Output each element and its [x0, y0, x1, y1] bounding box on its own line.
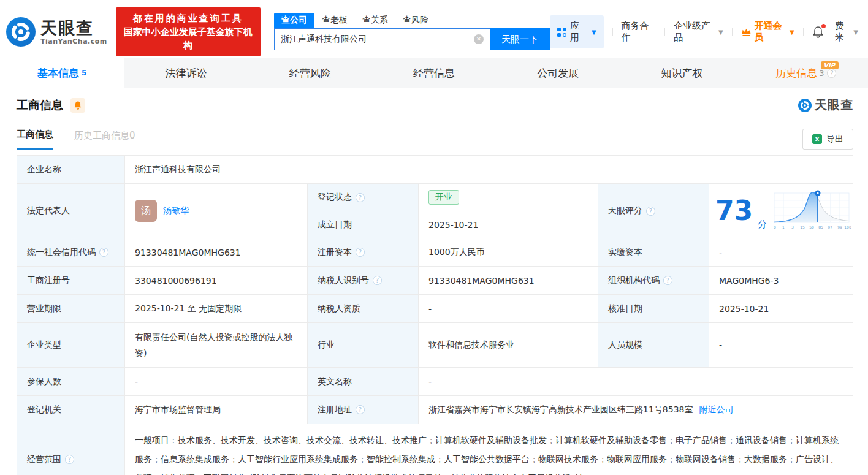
tab-basic-count: 5: [82, 69, 86, 77]
crown-icon: [741, 28, 752, 37]
label-text: 注册资本: [318, 247, 352, 258]
insured-count-label: 参保人数: [17, 368, 125, 395]
apps-menu[interactable]: 应用 ▼: [550, 15, 604, 48]
approval-date-label: 核准日期: [598, 295, 709, 322]
label-text: 统一社会信用代码: [27, 247, 96, 258]
table-row: 参保人数 - 英文名称 -: [17, 368, 853, 396]
divider: [732, 28, 733, 36]
label-text: 登记状态: [318, 192, 352, 203]
label-text: 经营范围: [27, 454, 61, 465]
tab-basic-info[interactable]: 基本信息 5: [0, 58, 124, 88]
help-icon[interactable]: ?: [663, 276, 672, 285]
nav-open-vip[interactable]: 开通会员 ▼: [741, 20, 794, 44]
clear-icon[interactable]: ✕: [474, 34, 484, 44]
help-icon[interactable]: ?: [65, 455, 74, 464]
help-icon[interactable]: ?: [646, 207, 655, 216]
reg-address-value: 浙江省嘉兴市海宁市长安镇海宁高新技术产业园区纬三路11号8538室 附近公司: [419, 396, 853, 424]
search-tab-risk[interactable]: 查风险: [395, 13, 436, 28]
approval-date-value: 2025-10-21: [709, 295, 853, 322]
brand-name: 天眼查: [40, 20, 107, 36]
tab-operation-info[interactable]: 经营信息: [372, 58, 496, 88]
subtab-business-info[interactable]: 工商信息: [17, 129, 53, 150]
promo-line2: 国家中小企业发展子基金旗下机构: [122, 25, 254, 52]
subtab-history-business-info[interactable]: 历史工商信息0: [74, 130, 135, 149]
divider: [664, 28, 665, 36]
legal-rep-link[interactable]: 汤敬华: [163, 205, 189, 216]
svg-text:85: 85: [818, 225, 823, 229]
tab-label: 经营风险: [289, 66, 331, 80]
svg-text:100: 100: [845, 225, 852, 229]
nav-enterprise-label: 企业级产品: [674, 20, 717, 44]
watermark-logo: 天眼查: [798, 97, 853, 113]
tab-operation-risk[interactable]: 经营风险: [248, 58, 372, 88]
search-button[interactable]: 天眼一下: [490, 28, 550, 50]
search-tab-relation[interactable]: 查关系: [355, 13, 395, 28]
tab-label: 知识产权: [661, 66, 703, 80]
nav-enterprise-products[interactable]: 企业级产品 ▼: [674, 20, 723, 44]
reg-capital-label: 注册资本 ?: [308, 238, 419, 266]
help-icon[interactable]: ?: [356, 193, 365, 202]
vip-badge: VIP: [821, 61, 839, 69]
industry-value: 软件和信息技术服务业: [419, 323, 598, 367]
search-tab-company[interactable]: 查公司: [274, 13, 314, 28]
insured-count-value: -: [125, 368, 308, 395]
nearby-companies-link[interactable]: 附近公司: [699, 405, 733, 416]
reg-status-label: 登记状态 ?: [308, 184, 419, 211]
chevron-down-icon: ▼: [790, 29, 794, 36]
business-scope-value: 一般项目：技术服务、技术开发、技术咨询、技术交流、技术转让、技术推广；计算机软硬…: [125, 424, 853, 475]
reg-number-label: 工商注册号: [17, 267, 125, 294]
help-icon[interactable]: ?: [827, 69, 836, 78]
org-code-label: 组织机构代码 ?: [598, 267, 709, 294]
tab-company-development[interactable]: 公司发展: [496, 58, 620, 88]
taxpayer-id-label: 纳税人识别号 ?: [308, 267, 419, 294]
notification-bell[interactable]: [812, 26, 824, 38]
brand-domain: TianYanCha.com: [40, 38, 107, 45]
svg-text:3: 3: [791, 225, 794, 229]
table-row: 企业类型 有限责任公司(自然人投资或控股的法人独资) 行业 软件和信息技术服务业…: [17, 323, 853, 368]
divider: [612, 28, 613, 36]
search-area: 查公司 查老板 查关系 查风险 浙江声通科技有限公司 ✕ 天眼一下: [274, 13, 550, 50]
nav-cooperation[interactable]: 商务合作: [622, 20, 656, 44]
staff-size-value: -: [709, 323, 853, 367]
user-menu[interactable]: 费米 ▼: [835, 20, 858, 44]
tab-history-info[interactable]: VIP 历史信息 3 ?: [744, 58, 868, 88]
help-icon[interactable]: ?: [373, 276, 382, 285]
promo-line1: 都在用的商业查询工具: [122, 12, 254, 25]
search-input[interactable]: 浙江声通科技有限公司 ✕: [274, 28, 490, 50]
export-button[interactable]: x 导出: [802, 129, 853, 150]
reg-status-value: 开业: [419, 184, 598, 211]
watermark-text: 天眼查: [815, 97, 853, 113]
main-tabs: 基本信息 5 法律诉讼 经营风险 经营信息 公司发展 知识产权 VIP 历史信息…: [0, 58, 868, 88]
search-tab-boss[interactable]: 查老板: [314, 13, 355, 28]
label-text: 天眼评分: [608, 205, 642, 216]
org-code-value: MAG0MHG6-3: [709, 267, 853, 294]
biz-term-value: 2025-10-21 至 无固定期限: [125, 295, 308, 322]
score-value: 73: [715, 197, 753, 224]
svg-text:50: 50: [809, 225, 814, 229]
score-label: 天眼评分 ?: [598, 184, 709, 238]
notification-dot: [821, 24, 826, 28]
header: 天眼查 TianYanCha.com 都在用的商业查询工具 国家中小企业发展子基…: [0, 6, 868, 58]
table-row: 统一社会信用代码 ? 91330481MAG0MHG631 注册资本 ? 100…: [17, 238, 853, 267]
table-row: 营业期限 2025-10-21 至 无固定期限 纳税人资质 - 核准日期 202…: [17, 295, 853, 323]
apps-grid-icon: [557, 28, 566, 37]
tab-label: 法律诉讼: [165, 66, 207, 80]
tab-history-label: 历史信息: [775, 66, 817, 80]
avatar: 汤: [135, 200, 157, 222]
tab-legal-litigation[interactable]: 法律诉讼: [124, 58, 248, 88]
user-name: 费米: [835, 20, 852, 44]
company-type-value: 有限责任公司(自然人投资或控股的法人独资): [125, 323, 308, 367]
help-icon[interactable]: ?: [356, 248, 365, 257]
svg-text:99: 99: [837, 225, 842, 229]
content: 工商信息 天眼查 工商信息 历史工商信息0 x 导出: [0, 88, 868, 475]
subscribe-bell-icon[interactable]: [70, 98, 85, 113]
table-row: 经营范围 ? 一般项目：技术服务、技术开发、技术咨询、技术交流、技术转让、技术推…: [17, 424, 853, 475]
label-text: 注册地址: [318, 405, 352, 416]
tab-intellectual-property[interactable]: 知识产权: [620, 58, 744, 88]
tianyancha-logo-icon: [6, 17, 36, 47]
help-icon[interactable]: ?: [99, 248, 108, 257]
reg-address-label: 注册地址 ?: [308, 396, 419, 424]
chevron-down-icon: ▼: [853, 29, 858, 36]
help-icon[interactable]: ?: [356, 405, 365, 414]
tianyancha-logo[interactable]: 天眼查 TianYanCha.com: [6, 17, 107, 47]
